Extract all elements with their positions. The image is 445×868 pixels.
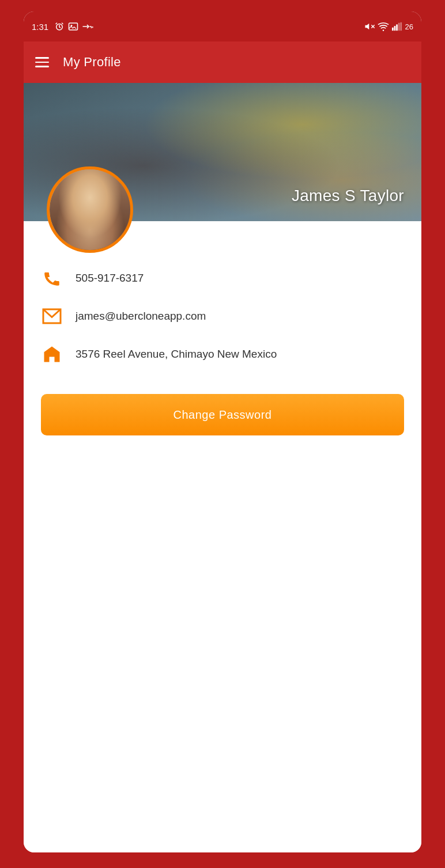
svg-rect-12: [396, 24, 398, 31]
key-icon: [82, 22, 96, 31]
status-bar: 1:31: [24, 12, 421, 41]
email-info-item: james@ubercloneapp.com: [41, 305, 404, 327]
menu-line-3: [35, 66, 49, 67]
avatar-image: [50, 169, 130, 250]
hamburger-menu-button[interactable]: [35, 57, 49, 67]
menu-line-2: [35, 62, 49, 63]
content-area: 505-917-6317 james@ubercloneapp.com: [24, 221, 421, 852]
address-text: 3576 Reel Avenue, Chimayo New Mexico: [76, 348, 277, 361]
wifi-icon: [378, 22, 389, 31]
phone-icon: [41, 267, 63, 289]
status-right: 26: [364, 21, 413, 32]
change-password-button[interactable]: Change Password: [41, 394, 404, 435]
address-info-item: 3576 Reel Avenue, Chimayo New Mexico: [41, 343, 404, 365]
phone-container: 1:31: [24, 12, 421, 852]
svg-rect-1: [69, 23, 78, 30]
avatar[interactable]: [47, 166, 133, 253]
email-icon: [41, 305, 63, 327]
svg-point-9: [382, 29, 384, 31]
battery-level: 26: [405, 22, 413, 31]
image-icon: [68, 22, 78, 31]
svg-rect-14: [400, 22, 402, 31]
app-bar: My Profile: [24, 41, 421, 83]
mute-icon: [364, 21, 375, 32]
svg-rect-13: [398, 23, 399, 31]
alarm-icon: [54, 21, 65, 32]
svg-rect-11: [394, 26, 395, 31]
app-bar-title: My Profile: [63, 55, 121, 70]
status-left: 1:31: [32, 21, 96, 32]
menu-line-1: [35, 57, 49, 59]
phone-info-item: 505-917-6317: [41, 267, 404, 289]
user-name-overlay: James S Taylor: [292, 187, 404, 205]
svg-marker-6: [365, 24, 369, 30]
info-list: 505-917-6317 james@ubercloneapp.com: [41, 267, 404, 365]
cover-section: James S Taylor: [24, 83, 421, 221]
status-time: 1:31: [32, 22, 48, 32]
svg-rect-10: [392, 28, 394, 31]
signal-icon: [392, 22, 402, 31]
home-icon: [41, 343, 63, 365]
email-text: james@ubercloneapp.com: [76, 310, 206, 323]
phone-text: 505-917-6317: [76, 272, 144, 285]
